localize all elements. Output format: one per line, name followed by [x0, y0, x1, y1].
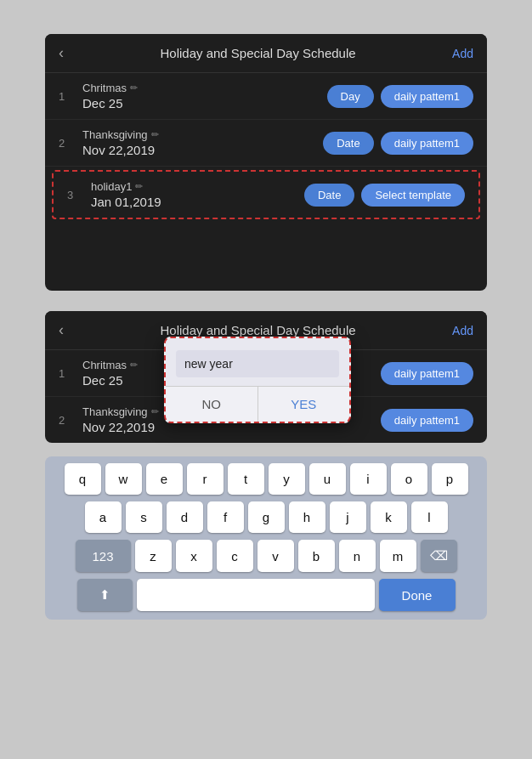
key-s[interactable]: s: [126, 501, 162, 533]
key-x[interactable]: x: [176, 540, 212, 572]
key-h[interactable]: h: [289, 501, 325, 533]
panel2-wrapper: ‹ Holiday and Special Day Schedule Add 1…: [45, 311, 487, 443]
day-button-1[interactable]: Day: [327, 85, 374, 108]
item-number-1: 1: [59, 90, 72, 103]
panel1-header: ‹ Holiday and Special Day Schedule Add: [45, 34, 487, 73]
panel2-title: Holiday and Special Day Schedule: [160, 323, 355, 337]
key-g[interactable]: g: [248, 501, 285, 533]
pattern-button-2[interactable]: daily pattem1: [381, 132, 473, 155]
panel1-title: Holiday and Special Day Schedule: [160, 46, 355, 60]
key-e[interactable]: e: [146, 463, 183, 495]
p2-pattern-button-1[interactable]: daily pattem1: [381, 362, 473, 385]
item-number-3: 3: [67, 189, 81, 201]
key-t[interactable]: t: [228, 463, 264, 495]
back-arrow-2[interactable]: ‹: [59, 321, 64, 339]
panel1: ‹ Holiday and Special Day Schedule Add 1…: [45, 34, 487, 291]
item-number-2: 2: [59, 137, 72, 150]
dialog-no-button[interactable]: NO: [166, 387, 258, 422]
rename-dialog: NO YES: [164, 337, 351, 423]
numbers-key[interactable]: 123: [76, 540, 131, 572]
key-q[interactable]: q: [65, 463, 101, 495]
item-info-1: Chritmas ✏ Dec 25: [82, 82, 317, 110]
select-template-button[interactable]: Select template: [361, 184, 465, 207]
item-date-1: Dec 25: [82, 96, 317, 110]
key-j[interactable]: j: [330, 501, 366, 533]
keyboard-row-4: ⬆ Done: [48, 579, 484, 611]
p2-item-number-1: 1: [59, 367, 72, 380]
key-a[interactable]: a: [85, 501, 122, 533]
key-c[interactable]: c: [217, 540, 253, 572]
item-actions-1: Day daily pattem1: [327, 85, 473, 108]
item-name-3: holiday1 ✏: [91, 180, 294, 193]
panel2-add-button[interactable]: Add: [452, 324, 473, 337]
key-u[interactable]: u: [309, 463, 346, 495]
item-name-2: Thanksgiving ✏: [82, 128, 313, 141]
panel1-add-button[interactable]: Add: [452, 47, 473, 60]
table-row: 1 Chritmas ✏ Dec 25 Day daily pattem1: [45, 73, 487, 120]
space-key[interactable]: [137, 579, 375, 611]
p2-pattern-button-2[interactable]: daily pattem1: [381, 409, 473, 432]
key-f[interactable]: f: [207, 501, 244, 533]
dialog-buttons: NO YES: [166, 386, 349, 422]
back-arrow-1[interactable]: ‹: [59, 44, 64, 62]
key-o[interactable]: o: [391, 463, 427, 495]
p2-edit-icon-2[interactable]: ✏: [151, 406, 159, 417]
edit-icon-1[interactable]: ✏: [130, 82, 138, 93]
item-actions-3: Date Select template: [304, 184, 465, 207]
edit-icon-2[interactable]: ✏: [151, 129, 159, 140]
key-i[interactable]: i: [350, 463, 387, 495]
done-key[interactable]: Done: [379, 579, 456, 611]
keyboard-row-3: 123 z x c v b n m ⌫: [48, 540, 484, 572]
p2-edit-icon-1[interactable]: ✏: [130, 360, 138, 371]
p2-item-number-2: 2: [59, 414, 72, 427]
keyboard-row-1: q w e r t y u i o p: [48, 463, 484, 495]
key-z[interactable]: z: [135, 540, 172, 572]
dialog-yes-button[interactable]: YES: [258, 387, 350, 422]
p2-item-actions-2: daily pattem1: [381, 409, 473, 432]
edit-icon-3[interactable]: ✏: [135, 181, 143, 192]
key-d[interactable]: d: [167, 501, 203, 533]
key-l[interactable]: l: [411, 501, 448, 533]
keyboard-row-2: a s d f g h j k l: [48, 501, 484, 533]
key-p[interactable]: p: [432, 463, 468, 495]
key-n[interactable]: n: [339, 540, 376, 572]
date-button-3[interactable]: Date: [304, 184, 354, 207]
item-name-1: Chritmas ✏: [82, 82, 317, 94]
virtual-keyboard: q w e r t y u i o p a s d f g h j k l 12…: [45, 456, 487, 620]
date-button-2[interactable]: Date: [323, 132, 373, 155]
key-w[interactable]: w: [105, 463, 142, 495]
key-b[interactable]: b: [298, 540, 335, 572]
table-row: 2 Thanksgiving ✏ Nov 22,2019 Date daily …: [45, 120, 487, 167]
p2-item-actions-1: daily pattem1: [381, 362, 473, 385]
key-y[interactable]: y: [269, 463, 305, 495]
shift-key[interactable]: ⬆: [77, 579, 133, 611]
item-actions-2: Date daily pattem1: [323, 132, 473, 155]
key-v[interactable]: v: [258, 540, 294, 572]
item-date-2: Nov 22,2019: [82, 143, 313, 157]
item-info-2: Thanksgiving ✏ Nov 22,2019: [82, 128, 313, 157]
selected-row-wrapper: 3 holiday1 ✏ Jan 01,2019 Date Select tem…: [45, 167, 487, 223]
backspace-key[interactable]: ⌫: [421, 540, 457, 572]
key-r[interactable]: r: [187, 463, 224, 495]
item-date-3: Jan 01,2019: [91, 195, 294, 209]
dialog-input-area: [166, 338, 349, 386]
key-m[interactable]: m: [380, 540, 416, 572]
key-k[interactable]: k: [371, 501, 407, 533]
table-row: 3 holiday1 ✏ Jan 01,2019 Date Select tem…: [52, 170, 480, 219]
item-info-3: holiday1 ✏ Jan 01,2019: [91, 180, 294, 209]
rename-input[interactable]: [176, 350, 339, 377]
panel1-bottom-space: [45, 223, 487, 291]
pattern-button-1[interactable]: daily pattem1: [381, 85, 473, 108]
